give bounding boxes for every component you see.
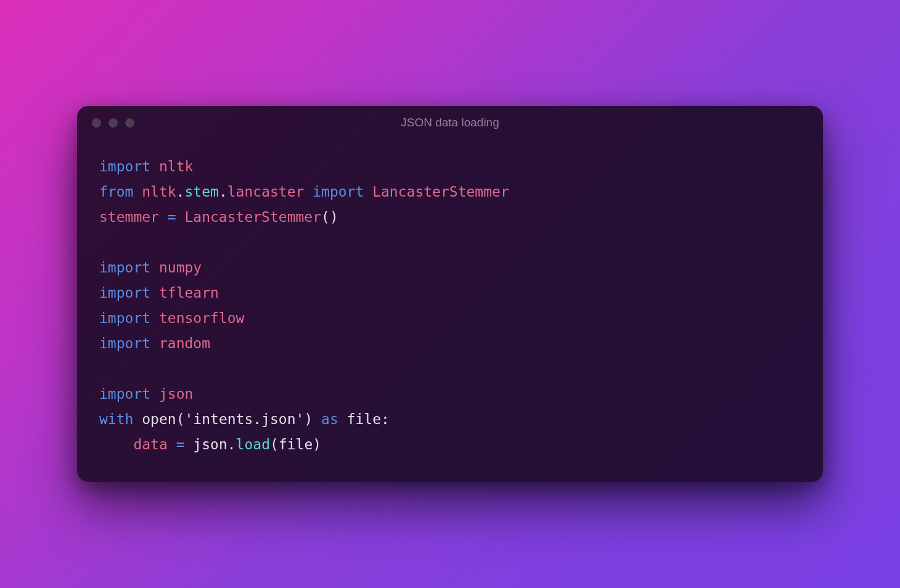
code-token: nltk	[159, 158, 193, 174]
code-token: with	[99, 411, 142, 427]
minimize-icon[interactable]	[108, 118, 118, 128]
code-token: 'intents.json'	[185, 411, 305, 427]
code-token: data	[133, 436, 176, 452]
code-token: .	[176, 184, 185, 200]
code-token: tensorflow	[159, 310, 244, 326]
code-token: load	[236, 436, 270, 452]
code-token: stem	[185, 184, 219, 200]
code-token: import	[99, 335, 159, 351]
window-title: JSON data loading	[77, 116, 823, 129]
code-token: LancasterStemmer	[372, 184, 509, 200]
code-token: import	[99, 386, 159, 402]
code-token: )	[304, 411, 321, 427]
traffic-lights	[92, 118, 134, 128]
code-token: import	[99, 259, 159, 276]
code-token: stemmer	[99, 209, 168, 225]
code-token: .	[219, 184, 227, 200]
code-token: json	[193, 436, 227, 452]
code-token: nltk	[142, 184, 176, 200]
maximize-icon[interactable]	[125, 118, 134, 128]
code-token: =	[168, 209, 185, 225]
code-token: as	[321, 411, 347, 427]
code-token: tflearn	[159, 285, 219, 301]
code-token: )	[313, 436, 321, 452]
code-token: random	[159, 335, 210, 351]
code-block[interactable]: import nltk from nltk.stem.lancaster imp…	[99, 154, 801, 457]
code-token: .	[227, 436, 236, 452]
code-token: import	[99, 158, 159, 174]
code-token: (	[270, 436, 279, 452]
code-token: json	[159, 386, 193, 402]
code-token	[99, 436, 133, 452]
code-token: file	[279, 436, 313, 452]
code-token: import	[99, 285, 159, 301]
code-area: import nltk from nltk.stem.lancaster imp…	[77, 139, 823, 481]
code-token: lancaster	[227, 184, 313, 200]
code-token: LancasterStemmer	[184, 209, 321, 225]
code-token: import	[99, 310, 159, 326]
code-token: :	[381, 411, 390, 427]
close-icon[interactable]	[92, 118, 101, 128]
code-token: numpy	[159, 259, 202, 276]
code-token: open	[142, 411, 176, 427]
code-token: from	[99, 184, 142, 200]
code-window: JSON data loading import nltk from nltk.…	[77, 106, 823, 481]
code-token: =	[176, 436, 194, 452]
code-token: ()	[321, 209, 338, 225]
code-token: file	[347, 411, 381, 427]
code-token: import	[313, 184, 372, 200]
titlebar: JSON data loading	[77, 106, 823, 139]
code-token: (	[176, 411, 185, 427]
